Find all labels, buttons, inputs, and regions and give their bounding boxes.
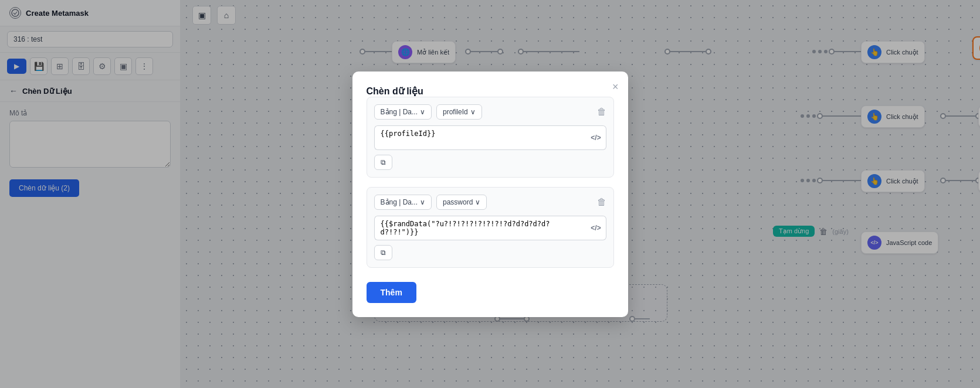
copy-icon-2: ⧉: [381, 249, 386, 257]
data-value-row-1: {{profileId}} </>: [374, 125, 606, 150]
delete-row-1-button[interactable]: 🗑: [597, 107, 606, 117]
field-dropdown-1-label: profileId: [443, 108, 468, 116]
field-dropdown-2-chevron: ∨: [475, 198, 480, 206]
modal-footer: Thêm: [367, 277, 614, 303]
data-row-2: Bảng | Da... ∨ password ∨ 🗑 {{$randData(…: [367, 187, 614, 268]
copy-row-2: ⧉: [374, 245, 606, 260]
copy-button-2[interactable]: ⧉: [374, 245, 392, 260]
table-dropdown-2-label: Bảng | Da...: [381, 198, 418, 206]
data-value-input-2[interactable]: {{$randData("?u?!?!?!?!?!?!?!?d?d?d?d?d?…: [374, 216, 586, 240]
table-dropdown-1-chevron: ∨: [420, 108, 425, 116]
data-value-input-1[interactable]: {{profileId}}: [374, 125, 586, 150]
data-row-1-header: Bảng | Da... ∨ profileId ∨ 🗑: [374, 104, 606, 120]
field-dropdown-2-label: password: [443, 198, 473, 206]
table-dropdown-1[interactable]: Bảng | Da... ∨: [374, 104, 432, 120]
data-value-row-2: {{$randData("?u?!?!?!?!?!?!?!?d?d?d?d?d?…: [374, 216, 606, 240]
data-row-1: Bảng | Da... ∨ profileId ∨ 🗑 {{profileId…: [367, 97, 614, 178]
delete-row-2-button[interactable]: 🗑: [597, 197, 606, 207]
copy-icon-1: ⧉: [381, 158, 386, 166]
copy-button-1[interactable]: ⧉: [374, 155, 392, 170]
app-container: Create Metamask 316 : test ▶ 💾 ⊞ 🗄 ⚙: [0, 0, 980, 388]
table-dropdown-2-chevron: ∨: [420, 198, 425, 206]
code-toggle-1[interactable]: </>: [586, 125, 606, 150]
data-row-2-header: Bảng | Da... ∨ password ∨ 🗑: [374, 195, 606, 210]
chen-du-lieu-modal: Chèn dữ liệu × Bảng | Da... ∨ profileId …: [352, 72, 628, 317]
table-dropdown-1-label: Bảng | Da...: [381, 108, 418, 116]
field-dropdown-1[interactable]: profileId ∨: [436, 104, 482, 120]
copy-row-1: ⧉: [374, 155, 606, 170]
field-dropdown-1-chevron: ∨: [470, 108, 476, 116]
code-toggle-2[interactable]: </>: [586, 216, 606, 240]
them-button[interactable]: Thêm: [367, 282, 416, 303]
table-dropdown-2[interactable]: Bảng | Da... ∨: [374, 195, 432, 210]
field-dropdown-2[interactable]: password ∨: [436, 195, 487, 210]
modal-close-button[interactable]: ×: [612, 81, 619, 93]
modal-title: Chèn dữ liệu: [367, 86, 423, 96]
modal-overlay: Chèn dữ liệu × Bảng | Da... ∨ profileId …: [0, 0, 980, 388]
